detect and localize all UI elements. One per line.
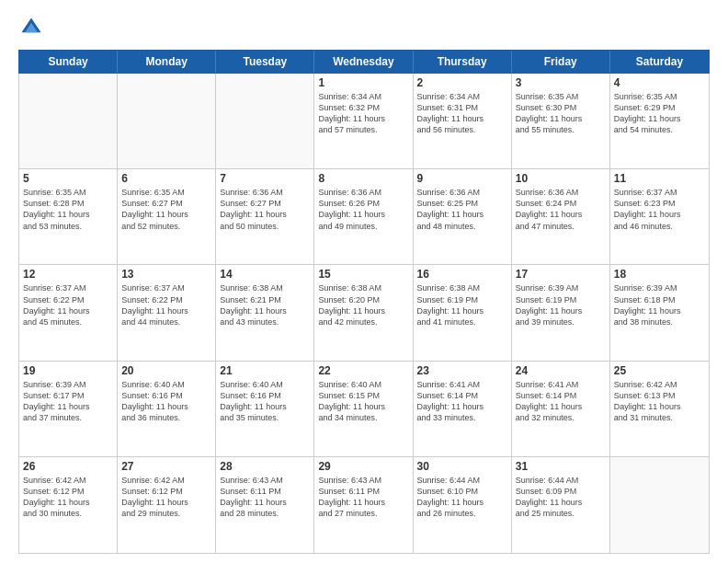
calendar-cell: 24Sunrise: 6:41 AM Sunset: 6:14 PM Dayli…	[512, 362, 610, 456]
calendar-cell: 13Sunrise: 6:37 AM Sunset: 6:22 PM Dayli…	[118, 265, 216, 360]
calendar-cell: 19Sunrise: 6:39 AM Sunset: 6:17 PM Dayli…	[19, 362, 118, 456]
day-info: Sunrise: 6:35 AM Sunset: 6:28 PM Dayligh…	[23, 187, 113, 232]
day-number: 2	[417, 76, 507, 89]
calendar-cell	[610, 457, 709, 553]
calendar-cell: 11Sunrise: 6:37 AM Sunset: 6:23 PM Dayli…	[610, 169, 709, 264]
calendar-cell	[216, 74, 314, 168]
day-info: Sunrise: 6:34 AM Sunset: 6:31 PM Dayligh…	[417, 91, 507, 136]
weekday-header-friday: Friday	[512, 51, 610, 73]
calendar-cell: 26Sunrise: 6:42 AM Sunset: 6:12 PM Dayli…	[19, 457, 118, 553]
day-info: Sunrise: 6:40 AM Sunset: 6:16 PM Dayligh…	[121, 379, 211, 424]
calendar-cell: 15Sunrise: 6:38 AM Sunset: 6:20 PM Dayli…	[314, 265, 413, 360]
day-number: 13	[121, 268, 211, 281]
day-info: Sunrise: 6:35 AM Sunset: 6:29 PM Dayligh…	[614, 91, 705, 136]
day-info: Sunrise: 6:43 AM Sunset: 6:11 PM Dayligh…	[220, 475, 310, 520]
day-number: 17	[516, 268, 606, 281]
calendar-row-2: 5Sunrise: 6:35 AM Sunset: 6:28 PM Daylig…	[19, 169, 709, 265]
day-number: 22	[318, 364, 408, 377]
day-number: 21	[220, 364, 310, 377]
calendar-cell: 1Sunrise: 6:34 AM Sunset: 6:32 PM Daylig…	[314, 74, 413, 168]
logo	[18, 15, 48, 40]
weekday-header-thursday: Thursday	[414, 51, 512, 73]
calendar-cell: 14Sunrise: 6:38 AM Sunset: 6:21 PM Dayli…	[216, 265, 314, 360]
logo-icon	[18, 15, 44, 40]
day-info: Sunrise: 6:38 AM Sunset: 6:21 PM Dayligh…	[220, 282, 310, 327]
calendar-cell: 22Sunrise: 6:40 AM Sunset: 6:15 PM Dayli…	[314, 362, 413, 456]
day-number: 28	[220, 460, 310, 473]
day-number: 30	[417, 460, 507, 473]
weekday-header-sunday: Sunday	[19, 51, 118, 73]
calendar-cell: 9Sunrise: 6:36 AM Sunset: 6:25 PM Daylig…	[414, 169, 512, 264]
day-number: 5	[23, 172, 113, 185]
day-number: 6	[121, 172, 211, 185]
calendar-cell: 23Sunrise: 6:41 AM Sunset: 6:14 PM Dayli…	[414, 362, 512, 456]
calendar-cell: 3Sunrise: 6:35 AM Sunset: 6:30 PM Daylig…	[512, 74, 610, 168]
day-number: 20	[121, 364, 211, 377]
calendar-cell: 5Sunrise: 6:35 AM Sunset: 6:28 PM Daylig…	[19, 169, 118, 264]
calendar-row-3: 12Sunrise: 6:37 AM Sunset: 6:22 PM Dayli…	[19, 265, 709, 361]
calendar-cell: 25Sunrise: 6:42 AM Sunset: 6:13 PM Dayli…	[610, 362, 709, 456]
calendar-cell: 30Sunrise: 6:44 AM Sunset: 6:10 PM Dayli…	[414, 457, 512, 553]
day-number: 19	[23, 364, 113, 377]
day-info: Sunrise: 6:40 AM Sunset: 6:16 PM Dayligh…	[220, 379, 310, 424]
day-info: Sunrise: 6:41 AM Sunset: 6:14 PM Dayligh…	[417, 379, 507, 424]
calendar-body: 1Sunrise: 6:34 AM Sunset: 6:32 PM Daylig…	[18, 74, 710, 554]
calendar-row-5: 26Sunrise: 6:42 AM Sunset: 6:12 PM Dayli…	[19, 457, 709, 553]
day-info: Sunrise: 6:36 AM Sunset: 6:24 PM Dayligh…	[516, 187, 606, 232]
day-info: Sunrise: 6:42 AM Sunset: 6:12 PM Dayligh…	[121, 475, 211, 520]
day-number: 24	[516, 364, 606, 377]
day-number: 27	[121, 460, 211, 473]
day-info: Sunrise: 6:38 AM Sunset: 6:20 PM Dayligh…	[318, 282, 408, 327]
day-info: Sunrise: 6:41 AM Sunset: 6:14 PM Dayligh…	[516, 379, 606, 424]
calendar-cell: 17Sunrise: 6:39 AM Sunset: 6:19 PM Dayli…	[512, 265, 610, 360]
calendar-cell: 18Sunrise: 6:39 AM Sunset: 6:18 PM Dayli…	[610, 265, 709, 360]
day-info: Sunrise: 6:36 AM Sunset: 6:26 PM Dayligh…	[318, 187, 408, 232]
day-number: 12	[23, 268, 113, 281]
day-info: Sunrise: 6:37 AM Sunset: 6:22 PM Dayligh…	[121, 282, 211, 327]
day-info: Sunrise: 6:35 AM Sunset: 6:27 PM Dayligh…	[121, 187, 211, 232]
calendar-cell: 6Sunrise: 6:35 AM Sunset: 6:27 PM Daylig…	[118, 169, 216, 264]
day-number: 25	[614, 364, 705, 377]
calendar-cell: 12Sunrise: 6:37 AM Sunset: 6:22 PM Dayli…	[19, 265, 118, 360]
day-number: 8	[318, 172, 408, 185]
calendar-cell: 20Sunrise: 6:40 AM Sunset: 6:16 PM Dayli…	[118, 362, 216, 456]
calendar-cell: 2Sunrise: 6:34 AM Sunset: 6:31 PM Daylig…	[414, 74, 512, 168]
day-number: 29	[318, 460, 408, 473]
calendar-cell: 28Sunrise: 6:43 AM Sunset: 6:11 PM Dayli…	[216, 457, 314, 553]
calendar-cell: 10Sunrise: 6:36 AM Sunset: 6:24 PM Dayli…	[512, 169, 610, 264]
calendar-row-4: 19Sunrise: 6:39 AM Sunset: 6:17 PM Dayli…	[19, 362, 709, 457]
calendar-cell	[19, 74, 118, 168]
day-info: Sunrise: 6:44 AM Sunset: 6:10 PM Dayligh…	[417, 475, 507, 520]
day-number: 26	[23, 460, 113, 473]
day-number: 1	[318, 76, 408, 89]
day-number: 11	[614, 172, 705, 185]
day-info: Sunrise: 6:43 AM Sunset: 6:11 PM Dayligh…	[318, 475, 408, 520]
calendar-row-1: 1Sunrise: 6:34 AM Sunset: 6:32 PM Daylig…	[19, 74, 709, 169]
calendar: SundayMondayTuesdayWednesdayThursdayFrid…	[18, 50, 710, 554]
day-info: Sunrise: 6:39 AM Sunset: 6:17 PM Dayligh…	[23, 379, 113, 424]
day-info: Sunrise: 6:40 AM Sunset: 6:15 PM Dayligh…	[318, 379, 408, 424]
day-info: Sunrise: 6:42 AM Sunset: 6:13 PM Dayligh…	[614, 379, 705, 424]
day-info: Sunrise: 6:42 AM Sunset: 6:12 PM Dayligh…	[23, 475, 113, 520]
calendar-cell: 29Sunrise: 6:43 AM Sunset: 6:11 PM Dayli…	[314, 457, 413, 553]
day-number: 10	[516, 172, 606, 185]
day-info: Sunrise: 6:39 AM Sunset: 6:18 PM Dayligh…	[614, 282, 705, 327]
day-info: Sunrise: 6:39 AM Sunset: 6:19 PM Dayligh…	[516, 282, 606, 327]
calendar-header: SundayMondayTuesdayWednesdayThursdayFrid…	[18, 50, 710, 74]
day-info: Sunrise: 6:36 AM Sunset: 6:27 PM Dayligh…	[220, 187, 310, 232]
calendar-cell: 8Sunrise: 6:36 AM Sunset: 6:26 PM Daylig…	[314, 169, 413, 264]
weekday-header-monday: Monday	[118, 51, 216, 73]
day-number: 18	[614, 268, 705, 281]
day-number: 9	[417, 172, 507, 185]
calendar-cell: 4Sunrise: 6:35 AM Sunset: 6:29 PM Daylig…	[610, 74, 709, 168]
calendar-cell: 21Sunrise: 6:40 AM Sunset: 6:16 PM Dayli…	[216, 362, 314, 456]
day-number: 14	[220, 268, 310, 281]
weekday-header-saturday: Saturday	[610, 51, 709, 73]
day-info: Sunrise: 6:44 AM Sunset: 6:09 PM Dayligh…	[516, 475, 606, 520]
header	[18, 15, 710, 40]
weekday-header-tuesday: Tuesday	[216, 51, 314, 73]
day-info: Sunrise: 6:35 AM Sunset: 6:30 PM Dayligh…	[516, 91, 606, 136]
day-info: Sunrise: 6:34 AM Sunset: 6:32 PM Dayligh…	[318, 91, 408, 136]
day-number: 16	[417, 268, 507, 281]
weekday-header-wednesday: Wednesday	[314, 51, 413, 73]
